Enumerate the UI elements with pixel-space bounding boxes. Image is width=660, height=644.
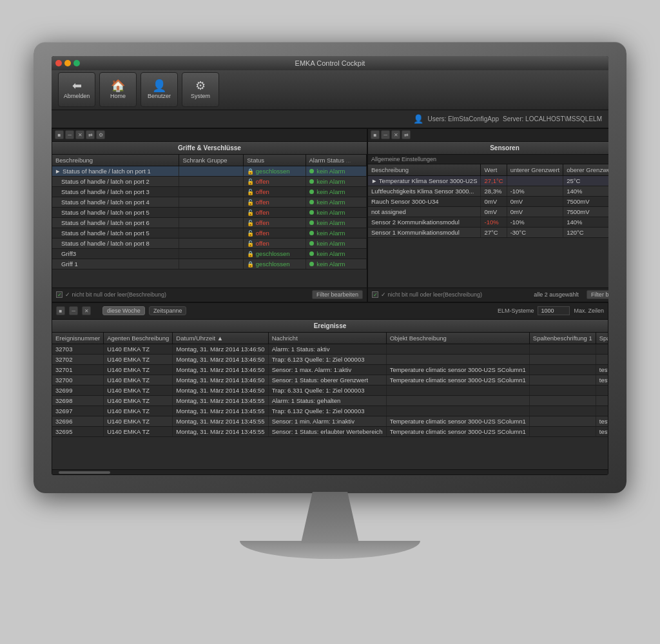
events-row[interactable]: 32701 U140 EMKA TZ Montag, 31. März 2014… <box>52 364 608 375</box>
sensoren-tb-btn4[interactable]: ⇄ <box>402 130 411 139</box>
griffe-row[interactable]: Status of handle / latch on port 3 🔓 off… <box>52 186 367 197</box>
griffe-col-desc[interactable]: Beschreibung <box>52 155 179 166</box>
s-col-oberer[interactable]: oberer Grenzwert <box>563 164 608 176</box>
griffe-cell-alarm: kein Alarm <box>306 186 367 197</box>
griffe-row[interactable]: Status of handle / latch on port 5 🔓 off… <box>52 228 367 238</box>
s-col-unterer[interactable]: unterer Grenzwert <box>507 164 563 176</box>
e-cell-msg: Alarm: 1 Status: gehalten <box>268 395 386 405</box>
events-row[interactable]: 32698 U140 EMKA TZ Montag, 31. März 2014… <box>52 395 608 405</box>
griffe-tb-btn2[interactable]: ─ <box>65 130 74 139</box>
events-row[interactable]: 32702 U140 EMKA TZ Montag, 31. März 2014… <box>52 354 608 364</box>
events-tb-btn2[interactable]: ─ <box>69 306 78 315</box>
griffe-tb-btn5[interactable]: ⚙ <box>96 130 105 139</box>
griffe-col-status[interactable]: Status <box>244 155 306 166</box>
events-row[interactable]: 32695 U140 EMKA TZ Montag, 31. März 2014… <box>52 426 608 436</box>
e-cell-msg: Sensor: 1 min. Alarm: 1:inaktiv <box>268 416 386 426</box>
home-button[interactable]: 🏠 Home <box>99 72 137 107</box>
monitor-shell: EMKA Control Cockpit ⬅ Abmelden 🏠 Home 👤… <box>34 42 626 603</box>
e-cell-col1label <box>529 405 596 416</box>
events-row[interactable]: 32700 U140 EMKA TZ Montag, 31. März 2014… <box>52 375 608 385</box>
griffe-col-gruppe[interactable]: Schrank Gruppe <box>179 155 244 166</box>
griffe-cell-desc: Status of handle / latch on port 5 <box>52 207 179 217</box>
griffe-cell-status: 🔒 geschlossen <box>244 259 306 269</box>
sensoren-filter-btn[interactable]: Filter bearbeiten <box>587 290 608 299</box>
s-col-wert[interactable]: Wert <box>481 164 507 176</box>
events-row[interactable]: 32696 U140 EMKA TZ Montag, 31. März 2014… <box>52 416 608 426</box>
griffe-col-alarm[interactable]: Alarm Status ... <box>306 155 367 166</box>
events-tb-btn1[interactable]: ■ <box>56 306 65 315</box>
sensoren-settings-bar: Allgemeine Einstellungen Alarm Ein <box>368 155 608 164</box>
traffic-light-green[interactable] <box>73 60 80 66</box>
griffe-row[interactable]: ► Status of handle / latch on port 1 🔒 g… <box>52 166 367 176</box>
system-button[interactable]: ⚙ System <box>182 72 219 107</box>
s-col-desc[interactable]: Beschreibung <box>368 164 481 176</box>
e-col-agent[interactable]: Agenten Beschreibung <box>104 333 173 344</box>
filter-week-btn[interactable]: diese Woche <box>102 306 145 315</box>
e-col-col1[interactable]: Spalte 1 <box>596 333 608 344</box>
griffe-table-scroll[interactable]: Beschreibung Schrank Gruppe Status Alarm… <box>52 155 367 288</box>
s-cell-unterer: -10% <box>507 217 563 227</box>
events-row[interactable]: 32703 U140 EMKA TZ Montag, 31. März 2014… <box>52 344 608 354</box>
griffe-row[interactable]: Griff 1 🔒 geschlossen kein Alarm <box>52 259 367 269</box>
system-label: System <box>191 93 210 99</box>
griffe-cell-desc: ► Status of handle / latch on port 1 <box>52 166 179 176</box>
griffe-cell-desc: Status of handle / latch on port 4 <box>52 197 179 207</box>
e-col-obj[interactable]: Objekt Beschreibung <box>386 333 529 344</box>
e-col-msg[interactable]: Nachricht <box>268 333 386 344</box>
griffe-row[interactable]: Griff3 🔒 geschlossen kein Alarm <box>52 248 367 259</box>
traffic-light-yellow[interactable] <box>64 60 71 66</box>
griffe-tb-btn3[interactable]: ✕ <box>75 130 84 139</box>
sensoren-filter-checkbox[interactable]: ✓ <box>372 291 378 298</box>
sensoren-row[interactable]: ► Temperatur Klima Sensor 3000-U2S 27,1°… <box>368 175 608 186</box>
e-cell-obj: Temperature climatic sensor 3000-U2S SCo… <box>386 426 529 436</box>
sensoren-tb-btn3[interactable]: ✕ <box>391 130 400 139</box>
e-cell-date: Montag, 31. März 2014 13:45:55 <box>173 426 268 436</box>
events-scrollbar[interactable] <box>52 469 608 474</box>
e-col-date[interactable]: Datum/Uhrzeit ▲ <box>173 333 268 344</box>
sensoren-tb-btn2[interactable]: ─ <box>381 130 390 139</box>
s-cell-unterer: -30°C <box>507 227 563 237</box>
sensoren-row[interactable]: Sensor 1 Kommunikationsmodul 27°C -30°C … <box>368 227 608 237</box>
griffe-row[interactable]: Status of handle / latch on port 2 🔓 off… <box>52 176 367 186</box>
e-cell-agent: U140 EMKA TZ <box>104 405 173 416</box>
events-row[interactable]: 32697 U140 EMKA TZ Montag, 31. März 2014… <box>52 405 608 416</box>
monitor-bezel: EMKA Control Cockpit ⬅ Abmelden 🏠 Home 👤… <box>34 42 626 493</box>
griffe-cell-status: 🔒 geschlossen <box>244 248 306 259</box>
events-row[interactable]: 32699 U140 EMKA TZ Montag, 31. März 2014… <box>52 385 608 395</box>
e-cell-nr: 32695 <box>52 426 104 436</box>
griffe-row[interactable]: Status of handle / latch on port 5 🔓 off… <box>52 207 367 217</box>
abmelden-button[interactable]: ⬅ Abmelden <box>58 72 95 107</box>
griffe-filter-checkbox[interactable]: ✓ <box>56 291 63 298</box>
e-col-nr[interactable]: Ereignisnummer <box>52 333 104 344</box>
events-tb-btn3[interactable]: ✕ <box>82 306 91 315</box>
sensoren-row[interactable]: Rauch Sensor 3000-U34 0mV 0mV 7500mV <box>368 196 608 206</box>
events-table: Ereignisnummer Agenten Beschreibung Datu… <box>52 333 608 437</box>
e-cell-msg: Trap: 6.132 Quelle: 1: Ziel 000003 <box>268 405 386 416</box>
griffe-row[interactable]: Status of handle / latch on port 6 🔓 off… <box>52 217 367 228</box>
sensoren-tb-btn1[interactable]: ■ <box>371 130 380 139</box>
filter-timespan-btn[interactable]: Zeitspanne <box>149 306 187 315</box>
home-label: Home <box>110 93 126 99</box>
e-cell-nr: 32700 <box>52 375 104 385</box>
sensoren-table-scroll[interactable]: Beschreibung Wert unterer Grenzwert ober… <box>368 164 608 288</box>
traffic-lights <box>55 60 80 66</box>
filter-systems-input[interactable] <box>538 306 570 315</box>
e-col-col1label[interactable]: Spaltenbeschriftung 1 <box>529 333 596 344</box>
benutzer-button[interactable]: 👤 Benutzer <box>141 72 178 107</box>
e-cell-msg: Sensor: 1 Status: erlaubter Wertebereich <box>268 426 386 436</box>
e-cell-col1: test 1 <box>596 364 608 375</box>
griffe-tb-btn4[interactable]: ⇄ <box>86 130 95 139</box>
griffe-filter-btn[interactable]: Filter bearbeiten <box>312 290 363 299</box>
events-table-scroll[interactable]: Ereignisnummer Agenten Beschreibung Datu… <box>52 333 608 469</box>
griffe-row[interactable]: Status of handle / latch on port 4 🔓 off… <box>52 197 367 207</box>
traffic-light-red[interactable] <box>55 60 62 66</box>
sensoren-row[interactable]: Luftfeuchtigkeits Klima Sensor 3000... 2… <box>368 186 608 196</box>
sensoren-row[interactable]: not assigned 0mV 0mV 7500mV <box>368 206 608 217</box>
s-cell-wert: 27,1°C <box>481 175 507 186</box>
griffe-tb-btn1[interactable]: ■ <box>55 130 64 139</box>
griffe-filter-text: ✓ nicht bit null oder leer(Beschreibung) <box>65 291 166 298</box>
events-title: Ereignisse <box>52 320 608 333</box>
griffe-footer-right: Filter bearbeiten <box>312 290 363 299</box>
sensoren-row[interactable]: Sensor 2 Kommunikationsmodul -10% -10% 1… <box>368 217 608 227</box>
griffe-row[interactable]: Status of handle / latch on port 8 🔓 off… <box>52 238 367 248</box>
